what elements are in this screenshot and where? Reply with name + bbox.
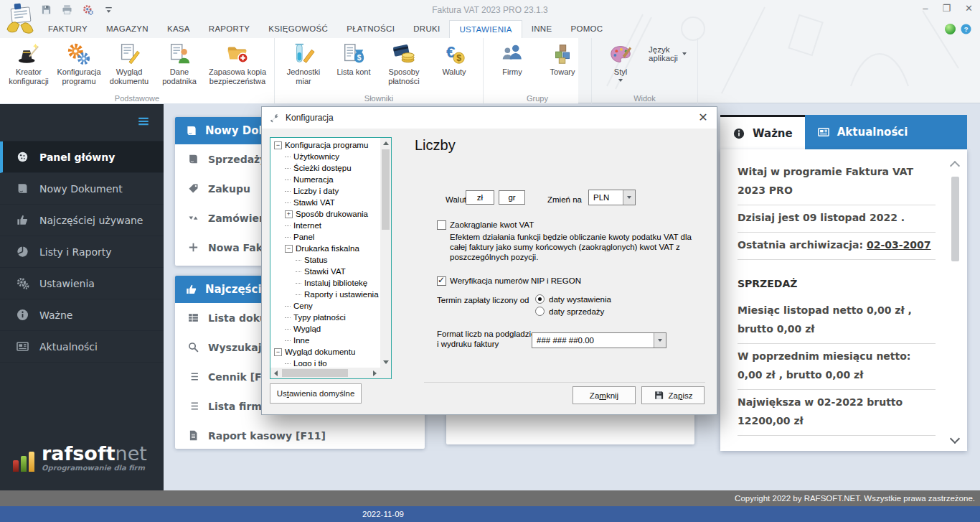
tree-item-ceny[interactable]: Ceny bbox=[272, 300, 379, 312]
tab-faktury[interactable]: FAKTURY bbox=[39, 20, 97, 38]
tree-item-panel[interactable]: Panel bbox=[272, 231, 379, 243]
close-button[interactable]: ✕ bbox=[965, 3, 973, 14]
tree-expand-box[interactable]: − bbox=[274, 141, 282, 149]
dialog-close-button[interactable]: ✕ bbox=[689, 107, 717, 129]
tree-expand-box[interactable]: − bbox=[285, 245, 293, 253]
help-icon[interactable]: ? bbox=[961, 24, 971, 34]
sidebar-item-listy-i-raporty[interactable]: Listy i Raporty bbox=[0, 236, 164, 268]
tree-item-uzytkownicy[interactable]: Użytkownicy bbox=[272, 151, 379, 162]
ribbon-konfiguracja-programu-button[interactable]: Konfiguracja programu bbox=[54, 40, 104, 85]
sidebar-item-panel-glowny[interactable]: Panel główny bbox=[0, 141, 164, 173]
dropdown-arrow-icon[interactable] bbox=[623, 190, 635, 205]
scroll-left-icon[interactable] bbox=[274, 370, 278, 376]
dropdown-arrow-icon[interactable] bbox=[654, 333, 666, 348]
tab-kasa[interactable]: KASA bbox=[158, 20, 199, 38]
save-button[interactable] bbox=[40, 4, 52, 16]
minimize-button[interactable]: – bbox=[923, 3, 928, 14]
tree-expand-box[interactable]: − bbox=[274, 348, 282, 356]
currency-select[interactable]: PLN bbox=[588, 190, 636, 205]
tree-item-logo-i-tlo[interactable]: Logo i tło bbox=[272, 358, 379, 366]
number-format-select[interactable]: ### ### ##0.00 bbox=[532, 332, 666, 348]
tab-raporty[interactable]: RAPORTY bbox=[199, 20, 259, 38]
tab-ksiegowosc[interactable]: KSIĘGOWOŚĆ bbox=[259, 20, 337, 38]
tree-connector bbox=[285, 329, 291, 330]
tab-platnosci[interactable]: PŁATNOŚCI bbox=[337, 20, 404, 38]
scroll-down-icon[interactable] bbox=[383, 360, 389, 364]
ribbon-styl-button[interactable]: Styl bbox=[595, 40, 646, 82]
rounding-checkbox[interactable] bbox=[437, 220, 446, 230]
doc-icon bbox=[187, 429, 199, 442]
tree-item-wyglad-dokumentu[interactable]: −Wygląd dokumentu bbox=[272, 346, 379, 358]
tree-item-internet[interactable]: Internet bbox=[272, 220, 379, 231]
tree-item-inne[interactable]: Inne bbox=[272, 335, 379, 346]
defaults-button[interactable]: Ustawienia domyślne bbox=[270, 383, 362, 404]
tab-pomoc[interactable]: POMOC bbox=[561, 20, 612, 38]
scrollbar-thumb[interactable] bbox=[951, 177, 959, 261]
ribbon-towary-button[interactable]: Towary bbox=[537, 40, 588, 77]
archive-date-link[interactable]: 02-03-2007 bbox=[867, 239, 931, 251]
scroll-down-icon[interactable] bbox=[950, 434, 960, 444]
tab-magazyn[interactable]: MAGAZYN bbox=[97, 20, 158, 38]
sidebar-item-najczesciej-uzywane[interactable]: Najczęściej używane bbox=[0, 205, 164, 236]
ribbon-wyglad-dokumentu-button[interactable]: Wygląd dokumentu bbox=[104, 40, 154, 85]
scroll-right-icon[interactable] bbox=[373, 370, 377, 376]
tree-item-liczby-i-daty[interactable]: Liczby i daty bbox=[272, 185, 379, 197]
sale-date-radio[interactable] bbox=[535, 307, 545, 316]
sidebar-item-ustawienia[interactable]: Ustawienia bbox=[0, 268, 164, 299]
maximize-button[interactable]: ❐ bbox=[942, 3, 951, 14]
tree-item-wyglad[interactable]: Wygląd bbox=[272, 323, 379, 335]
menu-toggle-button[interactable] bbox=[136, 115, 151, 128]
nip-verification-checkbox[interactable] bbox=[437, 276, 446, 286]
tab-aktualnosci[interactable]: Aktualności bbox=[805, 115, 967, 149]
tree-item-numeracja[interactable]: Numeracja bbox=[272, 174, 379, 185]
tab-wazne[interactable]: Ważne bbox=[720, 115, 805, 149]
tree-item-status[interactable]: Status bbox=[272, 254, 379, 266]
tree-item-stawki-vat[interactable]: Stawki VAT bbox=[272, 197, 379, 208]
sidebar-item-aktualnosci[interactable]: Aktualności bbox=[0, 331, 164, 363]
status-date: 2022-11-09 bbox=[362, 506, 404, 522]
save-button[interactable]: Zapisz bbox=[641, 386, 705, 404]
tree-item-typy-platnosci[interactable]: Typy płatności bbox=[272, 312, 379, 323]
tree-expand-box[interactable]: + bbox=[285, 210, 293, 218]
tree-item-raporty-i-ustawienia[interactable]: Raporty i ustawienia bbox=[272, 289, 379, 300]
connection-status-icon[interactable] bbox=[945, 24, 956, 34]
wrench-icon bbox=[269, 113, 280, 123]
settings-button[interactable] bbox=[82, 4, 94, 16]
dialog-title-bar[interactable]: Konfiguracja bbox=[262, 107, 717, 129]
customize-toolbar-button[interactable] bbox=[103, 4, 115, 16]
sidebar-item-nowy-dokument[interactable]: Nowy Dokument bbox=[0, 173, 164, 205]
info-panel-scrollbar[interactable] bbox=[951, 162, 961, 442]
ribbon-lista-kont-button[interactable]: $Lista kont bbox=[329, 40, 379, 85]
close-dialog-button[interactable]: Zamknij bbox=[573, 386, 636, 404]
ribbon-zapasowa-kopia-bezpieczenstwa-button[interactable]: Zapasowa kopia bezpieczeństwa bbox=[204, 40, 270, 85]
tree-item-konfiguracja-programu[interactable]: −Konfiguracja programu bbox=[272, 139, 379, 151]
tree-hscroll-thumb[interactable] bbox=[282, 369, 348, 377]
card-item-raport-kasowy-f11[interactable]: Raport kasowy [F11] bbox=[175, 421, 425, 449]
tree-vscroll-thumb[interactable] bbox=[382, 149, 390, 230]
scroll-up-icon[interactable] bbox=[950, 161, 960, 171]
tree-vertical-scrollbar[interactable] bbox=[380, 138, 391, 368]
ribbon-kreator-konfiguracji-button[interactable]: Kreator konfiguracji bbox=[4, 40, 54, 85]
tree-item-sciezki-dostepu[interactable]: Ścieżki dostępu bbox=[272, 162, 379, 174]
ribbon-waluty-button[interactable]: €$Waluty bbox=[429, 40, 479, 85]
sidebar-item-wazne[interactable]: Ważne bbox=[0, 299, 164, 331]
tree-item-stawki-vat[interactable]: Stawki VAT bbox=[272, 266, 379, 277]
tree-horizontal-scrollbar[interactable] bbox=[270, 368, 380, 378]
currency-sub-input[interactable] bbox=[499, 190, 525, 205]
tree-item-instaluj-biblioteke[interactable]: Instaluj bibliotekę bbox=[272, 277, 379, 289]
tab-ustawienia[interactable]: USTAWIENIA bbox=[449, 20, 522, 38]
ribbon-dane-podatnika-button[interactable]: Dane podatnika bbox=[154, 40, 204, 85]
tab-druki[interactable]: DRUKI bbox=[404, 20, 449, 38]
print-button[interactable] bbox=[61, 4, 73, 16]
tab-inne[interactable]: INNE bbox=[522, 20, 562, 38]
ribbon-sposoby-platnosci-button[interactable]: Sposoby płatności bbox=[379, 40, 429, 85]
tree-item-drukarka-fiskalna[interactable]: −Drukarka fiskalna bbox=[272, 243, 379, 254]
ribbon-firmy-button[interactable]: Firmy bbox=[487, 40, 537, 77]
ribbon-jezyk-aplikacji-button[interactable]: Język aplikacji bbox=[649, 47, 687, 60]
sale-date-radio-label: daty sprzedaży bbox=[549, 307, 604, 316]
currency-main-input[interactable] bbox=[466, 190, 494, 205]
scroll-up-icon[interactable] bbox=[383, 141, 389, 145]
tree-item-sposob-drukowania[interactable]: +Sposób drukowania bbox=[272, 208, 379, 220]
ribbon-jednostki-miar-button[interactable]: Jednostki miar bbox=[278, 40, 329, 85]
issue-date-radio[interactable] bbox=[535, 294, 545, 304]
